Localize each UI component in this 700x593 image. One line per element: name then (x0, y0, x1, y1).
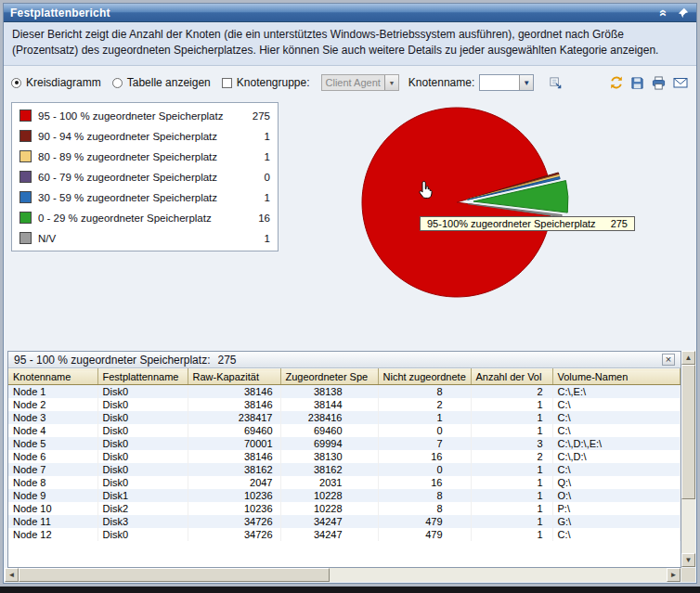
table-cell: C:\,D:\,E:\ (552, 437, 681, 450)
radio-selected-icon (11, 78, 21, 88)
collapse-icon[interactable]: « (657, 6, 670, 19)
table-cell: 1 (378, 411, 471, 424)
legend-label: 60 - 79 % zugeordneter Speicherplatz (38, 172, 240, 183)
table-row[interactable]: Node 8Disk020472031161Q:\ (8, 476, 681, 489)
legend-item[interactable]: 30 - 59 % zugeordneter Speicherplatz1 (12, 187, 278, 208)
legend-value: 1 (246, 233, 270, 244)
table-cell: Disk0 (97, 463, 188, 476)
legend-label: 0 - 29 % zugeordneter Speicherplatz (38, 213, 240, 224)
table-row[interactable]: Node 3Disk023841723841611C:\ (8, 411, 681, 424)
column-header[interactable]: Anzahl der Vol (471, 369, 552, 385)
checkbox-icon (222, 78, 232, 88)
window-title: Festplattenbericht (10, 6, 110, 19)
radio-kreisdiagramm[interactable]: Kreisdiagramm (11, 76, 101, 89)
vertical-scrollbar[interactable]: ▲ ▼ (681, 351, 695, 567)
table-row[interactable]: Node 11Disk334726342474791G:\ (8, 515, 681, 528)
scrollbar-corner (681, 568, 695, 582)
legend-item[interactable]: 60 - 79 % zugeordneter Speicherplatz0 (12, 167, 278, 187)
table-cell: Node 3 (8, 411, 97, 424)
dropdown-arrow-icon[interactable]: ▼ (519, 75, 533, 90)
table-cell: Q:\ (552, 476, 681, 489)
pin-icon[interactable] (677, 6, 690, 19)
scroll-down-icon[interactable]: ▼ (681, 553, 695, 567)
table-row[interactable]: Node 12Disk034726342474791C:\ (8, 528, 681, 541)
table-cell: Disk0 (97, 385, 188, 398)
table-cell: 69460 (280, 424, 378, 437)
column-header[interactable]: Zugeordneter Spe (280, 369, 378, 385)
knotenname-combobox[interactable]: ▼ (479, 74, 534, 91)
table-cell: Node 5 (8, 437, 97, 450)
radio-tabelle[interactable]: Tabelle anzeigen (112, 76, 211, 89)
scroll-left-icon[interactable]: ◄ (5, 568, 19, 582)
table-row[interactable]: Node 4Disk0694606946001C:\ (8, 424, 681, 437)
go-icon[interactable] (547, 74, 564, 92)
table-cell: 38146 (188, 450, 280, 463)
scroll-up-icon[interactable]: ▲ (681, 351, 695, 365)
table-cell: 238417 (188, 411, 280, 424)
legend-item[interactable]: 80 - 89 % zugeordneter Speicherplatz1 (12, 147, 278, 167)
table-cell: 38162 (280, 463, 378, 476)
table-row[interactable]: Node 1Disk0381463813882C:\,E:\ (8, 385, 681, 398)
table-row[interactable]: Node 2Disk0381463814421C:\ (8, 398, 681, 411)
table-cell: Disk0 (97, 437, 188, 450)
legend: 95 - 100 % zugeordneter Speicherplatz275… (11, 102, 279, 251)
details-header: 95 - 100 % zugeordneter Speicherplatz: 2… (8, 352, 681, 368)
legend-value: 1 (246, 151, 270, 162)
table-cell: Node 1 (8, 385, 97, 398)
table-cell: 10228 (280, 489, 378, 502)
table-cell: Node 2 (8, 398, 97, 411)
window-frame: Festplattenbericht « Dieser Bericht zeig… (0, 0, 700, 587)
table-cell: 1 (471, 528, 552, 541)
horizontal-scrollbar[interactable]: ◄ ► (5, 568, 681, 582)
table-cell: 8 (378, 502, 471, 515)
table-row[interactable]: Node 9Disk1102361022881O:\ (8, 489, 681, 502)
table-row[interactable]: Node 7Disk0381623816201C:\ (8, 463, 681, 476)
table-row[interactable]: Node 5Disk0700016999473C:\,D:\,E:\ (8, 437, 681, 450)
table-cell: 1 (471, 424, 552, 437)
horizontal-scroll-track[interactable] (330, 568, 667, 582)
table-cell: 479 (378, 515, 471, 528)
column-header[interactable]: Knotenname (8, 369, 97, 385)
table-row[interactable]: Node 6Disk03814638130162C:\,D:\ (8, 450, 681, 463)
legend-swatch (19, 191, 32, 203)
legend-item[interactable]: 0 - 29 % zugeordneter Speicherplatz16 (12, 208, 278, 228)
details-count: 275 (217, 354, 236, 367)
vertical-scroll-thumb[interactable] (681, 365, 695, 499)
table-wrap: KnotennameFestplattennameRaw-KapazitätZu… (8, 368, 681, 541)
table-cell: C:\,E:\ (552, 385, 681, 398)
column-header[interactable]: Volume-Namen (552, 369, 681, 385)
checkbox-knotengruppe[interactable]: Knotengruppe: (222, 76, 310, 89)
email-icon[interactable] (671, 74, 689, 92)
refresh-icon[interactable] (607, 74, 625, 92)
column-header[interactable]: Festplattenname (97, 369, 188, 385)
scroll-right-icon[interactable]: ► (667, 568, 681, 582)
print-icon[interactable] (650, 74, 668, 92)
knotengruppe-value: Client Agent (322, 77, 384, 88)
legend-value: 1 (246, 192, 270, 203)
vertical-scroll-track[interactable] (681, 499, 695, 553)
legend-item[interactable]: 90 - 94 % zugeordneter Speicherplatz1 (12, 126, 278, 147)
table-row[interactable]: Node 10Disk2102361022881P:\ (8, 502, 681, 515)
table-cell: Node 7 (8, 463, 97, 476)
table-cell: 8 (378, 385, 471, 398)
toolbar: Kreisdiagramm Tabelle anzeigen Knotengru… (4, 66, 696, 98)
table-cell: C:\ (552, 463, 681, 476)
column-header[interactable]: Nicht zugeordnete (378, 369, 471, 385)
tooltip-value: 275 (611, 218, 628, 229)
table-cell: Node 11 (8, 515, 97, 528)
legend-value: 1 (246, 131, 270, 142)
table-cell: Node 9 (8, 489, 97, 502)
legend-item[interactable]: 95 - 100 % zugeordneter Speicherplatz275 (12, 106, 278, 126)
table-cell: Disk1 (97, 489, 188, 502)
table-cell: C:\ (552, 411, 681, 424)
table-cell: 70001 (188, 437, 280, 450)
legend-item[interactable]: N/V1 (12, 228, 278, 249)
save-icon[interactable] (629, 74, 646, 92)
table-cell: Node 10 (8, 502, 97, 515)
close-icon[interactable]: × (662, 354, 675, 366)
chart-section: 95 - 100 % zugeordneter Speicherplatz275… (4, 98, 696, 355)
column-header[interactable]: Raw-Kapazität (188, 369, 280, 385)
horizontal-scroll-thumb[interactable] (19, 568, 330, 582)
radio-tabelle-label: Tabelle anzeigen (127, 76, 211, 89)
knotenname-label: Knotenname: (408, 76, 474, 89)
